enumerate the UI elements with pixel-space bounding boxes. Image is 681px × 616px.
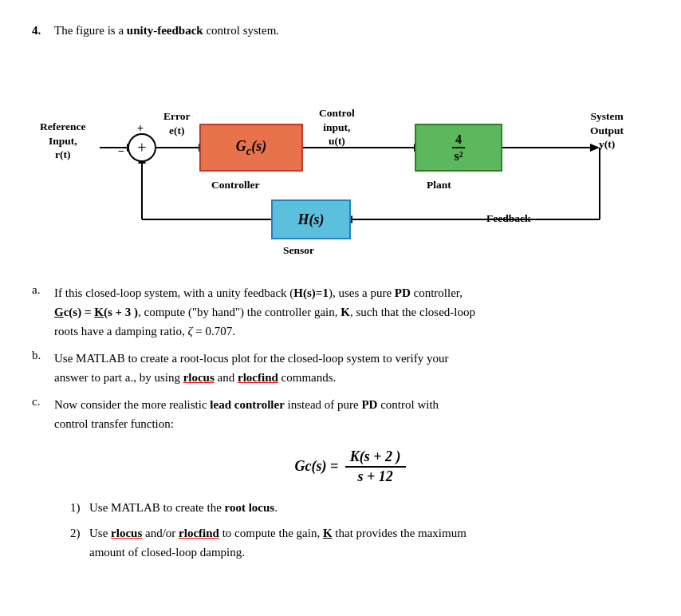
system-output-label: SystemOutputy(t) bbox=[590, 109, 624, 152]
lead-controller-label: lead controller bbox=[210, 398, 284, 411]
controller-block: Gc(s) bbox=[199, 124, 303, 172]
parts-section: a. If this closed-loop system, with a un… bbox=[32, 283, 649, 568]
error-label: Errore(t) bbox=[163, 109, 191, 137]
controller-label-gc: Gc(s) bbox=[236, 138, 267, 158]
formula-denominator: s + 12 bbox=[352, 468, 397, 486]
question-text: The figure is a unity-feedback control s… bbox=[54, 24, 649, 38]
feedback-label: Feedback bbox=[486, 211, 531, 226]
gc-formula: Gc(s) = K(s + 3 ) bbox=[54, 306, 138, 318]
formula-numerator: K(s + 2 ) bbox=[345, 448, 406, 468]
part-c: c. Now consider the more realistic lead … bbox=[32, 395, 649, 568]
control-input-label: Controlinput,u(t) bbox=[319, 106, 355, 148]
hs-bold: H(s)=1 bbox=[293, 286, 329, 299]
part-c-letter: c. bbox=[32, 395, 54, 409]
part-a-content: If this closed-loop system, with a unity… bbox=[54, 283, 649, 341]
zeta-label: ζ = 0.707 bbox=[187, 325, 232, 338]
part-b-content: Use MATLAB to create a root-locus plot f… bbox=[54, 349, 649, 387]
summing-junction: + + − bbox=[128, 133, 156, 162]
K-label-c: K bbox=[323, 527, 333, 539]
rlocfind-c: rlocfind bbox=[179, 527, 219, 539]
sub-text-2: Use rlocus and/or rlocfind to compute th… bbox=[89, 523, 466, 562]
sensor-label-hs: H(s) bbox=[298, 211, 325, 228]
formula-fraction: K(s + 2 ) s + 12 bbox=[345, 448, 406, 487]
rlocus-b: rlocus bbox=[183, 371, 215, 384]
rlocus-c: rlocus bbox=[111, 527, 142, 539]
sensor-block: H(s) bbox=[271, 199, 351, 239]
plant-sub-label: Plant bbox=[427, 178, 451, 192]
plant-numerator: 4 bbox=[452, 132, 465, 148]
pd-bold-a: PD bbox=[395, 286, 411, 299]
sub-number-2: 2) bbox=[70, 523, 89, 543]
minus-sign: − bbox=[118, 145, 124, 158]
rlocfind-b: rlocfind bbox=[238, 371, 278, 384]
block-diagram: ReferenceInput,r(t) + + − Errore(t) Gc(s… bbox=[32, 52, 654, 259]
controller-sub-label: Controller bbox=[211, 178, 260, 192]
part-b-letter: b. bbox=[32, 349, 54, 362]
ref-label: ReferenceInput,r(t) bbox=[40, 120, 85, 162]
part-a-letter: a. bbox=[32, 283, 54, 297]
sub-list: 1) Use MATLAB to create the root locus. … bbox=[70, 498, 649, 562]
part-c-content: Now consider the more realistic lead con… bbox=[54, 395, 649, 568]
sub-item-1: 1) Use MATLAB to create the root locus. bbox=[70, 498, 649, 517]
sensor-sub-label: Sensor bbox=[283, 243, 314, 258]
plus-sign: + bbox=[137, 122, 144, 135]
formula-block: Gc(s) = K(s + 2 ) s + 12 bbox=[54, 448, 649, 487]
K-label-a: K bbox=[340, 306, 350, 318]
intro-text2: control system. bbox=[203, 24, 279, 37]
question-number: 4. bbox=[32, 24, 48, 38]
sub-text-1: Use MATLAB to create the root locus. bbox=[89, 498, 278, 517]
bold-text: unity-feedback bbox=[127, 24, 203, 37]
pd-bold-c: PD bbox=[361, 398, 377, 411]
question-header: 4. The figure is a unity-feedback contro… bbox=[32, 24, 649, 38]
sub-number-1: 1) bbox=[70, 498, 89, 517]
sub-item-2: 2) Use rlocus and/or rlocfind to compute… bbox=[70, 523, 649, 562]
part-b: b. Use MATLAB to create a root-locus plo… bbox=[32, 349, 649, 387]
intro-text: The figure is a bbox=[54, 24, 127, 37]
plant-denominator: s² bbox=[451, 148, 466, 164]
part-a: a. If this closed-loop system, with a un… bbox=[32, 283, 649, 341]
root-locus-bold: root locus bbox=[225, 501, 275, 514]
plant-block: 4 s² bbox=[415, 124, 502, 172]
plant-fraction: 4 s² bbox=[451, 132, 466, 164]
